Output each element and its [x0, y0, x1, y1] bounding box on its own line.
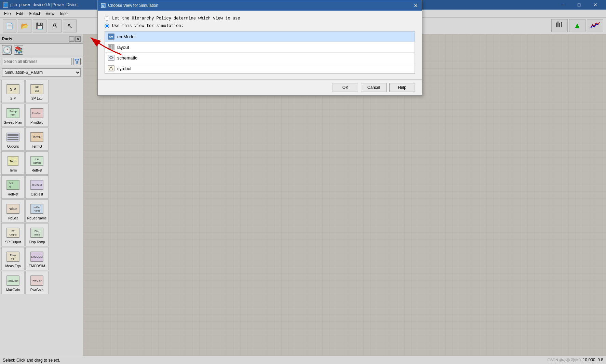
dialog-footer: OK Cancel Help	[98, 79, 422, 95]
dialog-title-bar: S Choose View for Simulation ✕	[98, 0, 422, 11]
svg-rect-60	[112, 45, 113, 49]
choose-view-dialog: S Choose View for Simulation ✕ Let the H…	[97, 0, 422, 96]
svg-rect-59	[109, 45, 111, 47]
svg-rect-61	[109, 48, 111, 49]
schematic-label: schematic	[117, 55, 137, 60]
this-view-label[interactable]: Use this view for simulation:	[112, 24, 184, 28]
dialog-body: Let the Hierarchy Policy determine which…	[98, 11, 422, 79]
dialog-icon: S	[100, 3, 106, 8]
cancel-button[interactable]: Cancel	[361, 83, 387, 92]
symbol-icon	[108, 65, 115, 72]
radio-row-this-view: Use this view for simulation:	[105, 24, 415, 28]
this-view-radio[interactable]	[105, 24, 109, 28]
dialog-close-button[interactable]: ✕	[412, 2, 419, 9]
hierarchy-radio[interactable]	[105, 16, 109, 21]
svg-text:S: S	[102, 4, 104, 8]
view-item-schematic[interactable]: schematic	[105, 53, 415, 63]
view-item-symbol[interactable]: symbol	[105, 63, 415, 73]
symbol-label: symbol	[117, 66, 131, 71]
modal-overlay: S Choose View for Simulation ✕ Let the H…	[0, 0, 606, 364]
view-item-emmodel[interactable]: EM emModel	[105, 31, 415, 42]
view-list-container: EM emModel	[105, 31, 415, 74]
ok-button[interactable]: OK	[333, 83, 358, 92]
hierarchy-label[interactable]: Let the Hierarchy Policy determine which…	[112, 16, 240, 21]
schematic-icon	[108, 54, 115, 61]
view-item-layout[interactable]: layout	[105, 42, 415, 53]
help-button[interactable]: Help	[389, 83, 415, 92]
dialog-title-left: S Choose View for Simulation	[100, 3, 158, 8]
emmodel-label: emModel	[117, 34, 135, 39]
emmodel-icon: EM	[108, 33, 115, 40]
app-window: 🔷 pcb_power_device0.5 [Power_Divice ─ □ …	[0, 0, 606, 364]
radio-row-hierarchy: Let the Hierarchy Policy determine which…	[105, 16, 415, 21]
dialog-title: Choose View for Simulation	[108, 3, 158, 8]
layout-label: layout	[117, 45, 129, 50]
layout-icon	[108, 44, 115, 51]
svg-text:EM: EM	[109, 36, 113, 38]
